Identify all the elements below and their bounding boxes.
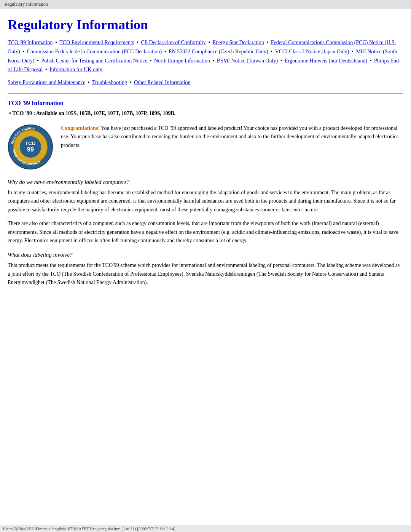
nav-links-secondary: Safety Precautions and Maintenance • Tro… — [8, 78, 403, 87]
what-subsection-title: What does labeling involve? — [8, 252, 403, 258]
sep: • — [54, 40, 58, 45]
sep: • — [269, 49, 274, 54]
nav-link-energystar[interactable]: Energy Star Declaration — [213, 40, 264, 45]
tco-logo-svg: TCO 99 ECOLOGY ENERGY EMISSIO — [8, 124, 53, 170]
svg-text:99: 99 — [27, 146, 34, 153]
nav-link-polish[interactable]: Polish Center for Testing and Certificat… — [41, 58, 147, 64]
tco99-section: TCO '99 Information • TCO '99 : Availabl… — [8, 100, 403, 287]
why-paragraph-2: There are also other characteristics of … — [8, 219, 403, 245]
why-paragraph-1: In many countries, environmental labelin… — [8, 189, 403, 214]
page-content: Regulatory Information TCO '99 Informati… — [0, 9, 411, 308]
tco-bullet: • TCO '99 : Available on 105S, 105B, 107… — [9, 110, 403, 117]
sep: • — [135, 40, 140, 45]
nav-link-en55022[interactable]: EN 55022 Compliance (Czech Republic Only… — [169, 49, 268, 54]
sep: • — [279, 58, 284, 64]
nav-link-fccfr[interactable]: Commission Federale de la Communication … — [27, 49, 162, 54]
sep: • — [163, 49, 167, 54]
promo-body: You have just purchased a TCO '99 approv… — [61, 125, 398, 148]
nav-link-troubleshooting[interactable]: Troubleshooting — [92, 80, 127, 85]
sep: • — [44, 67, 48, 72]
why-subsection-title: Why do we have environmentally labeled c… — [8, 179, 403, 185]
nav-link-tcoenv[interactable]: TCO Environmental Requirements — [59, 40, 134, 45]
sep: • — [207, 40, 212, 45]
sep: • — [86, 80, 91, 85]
status-bar-text: file:///D|/Rita/LF3/lf3manual/english/10… — [3, 526, 175, 531]
what-paragraph-1: This product meets the requirements for … — [8, 261, 403, 287]
tco-promo-block: TCO 99 ECOLOGY ENERGY EMISSIO — [8, 124, 403, 170]
nav-link-northeurope[interactable]: North Europe Information — [154, 58, 210, 64]
sep: • — [350, 49, 355, 54]
sep: • — [265, 40, 270, 45]
tco99-section-title: TCO '99 Information — [8, 100, 403, 107]
sep: • — [35, 58, 40, 64]
sep: • — [148, 58, 153, 64]
nav-link-vcci[interactable]: VCCI Class 2 Notice (Japan Only) — [275, 49, 349, 54]
nav-link-ergonomie[interactable]: Ergonomie Hinweis (nur Deutschland) — [285, 58, 367, 64]
status-bar: file:///D|/Rita/LF3/lf3manual/english/10… — [0, 525, 411, 532]
svg-text:TCO: TCO — [25, 141, 35, 146]
nav-links-primary: TCO '99 Information • TCO Environmental … — [8, 38, 403, 74]
sep: • — [21, 49, 26, 54]
tab-label: Regulatory Information — [5, 2, 48, 7]
congrats-label: Congratulations! — [61, 125, 100, 131]
sep: • — [211, 58, 216, 64]
browser-tab: Regulatory Information — [0, 0, 411, 9]
divider — [8, 93, 403, 94]
nav-link-other[interactable]: Other Related Information — [134, 80, 191, 85]
tco-logo: TCO 99 ECOLOGY ENERGY EMISSIO — [8, 124, 53, 170]
nav-link-uk[interactable]: Information for UK only — [49, 67, 102, 72]
sep: • — [368, 58, 373, 64]
page-title: Regulatory Information — [8, 17, 403, 33]
tco-promo-text: Congratulations! You have just purchased… — [61, 124, 403, 150]
nav-link-tco99[interactable]: TCO '99 Information — [8, 40, 53, 45]
nav-link-ce[interactable]: CE Declaration of Conformity — [141, 40, 206, 45]
nav-link-bsmi[interactable]: BSMI Notice (Taiwan Only) — [217, 58, 278, 64]
sep: • — [128, 80, 133, 85]
nav-link-safety[interactable]: Safety Precautions and Maintenance — [8, 80, 85, 85]
